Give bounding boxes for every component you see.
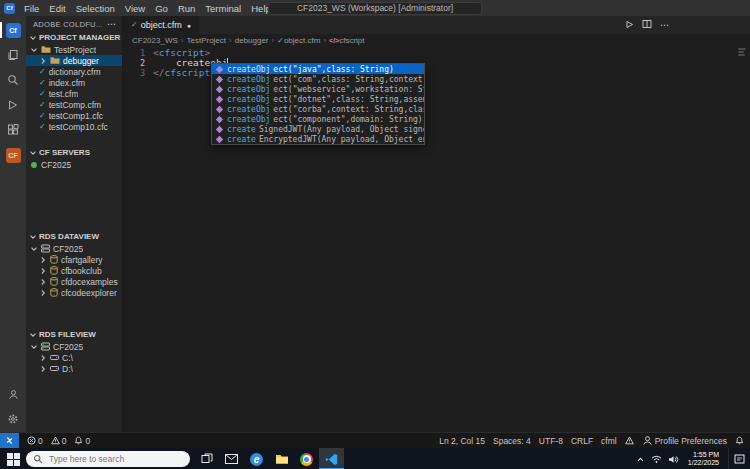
tree-item-index-cfm[interactable]: ✓index.cfm xyxy=(26,77,122,88)
method-icon xyxy=(215,115,224,124)
taskbar-search[interactable] xyxy=(26,451,190,467)
suggestion-2[interactable]: createObject("webservice",workstation: S… xyxy=(212,84,424,94)
suggestion-7[interactable]: createEncryptedJWT(Any payload, Object e… xyxy=(212,134,424,144)
activity-coldfusion-builder[interactable]: Cf xyxy=(3,21,23,39)
suggestion-3[interactable]: createObject("dotnet",class: String,asse… xyxy=(212,94,424,104)
menu-selection[interactable]: Selection xyxy=(71,3,120,14)
encoding[interactable]: UTF-8 xyxy=(539,436,563,446)
tree-item-cf2025[interactable]: CF2025 xyxy=(26,243,122,254)
activity-search[interactable] xyxy=(3,71,23,89)
menu-view[interactable]: View xyxy=(120,3,150,14)
tree-item-dictionary-cfm[interactable]: ✓dictionary.cfm xyxy=(26,66,122,77)
suggestion-match: createObj xyxy=(227,105,270,114)
split-editor-button[interactable] xyxy=(642,19,652,31)
section-header-cf-servers[interactable]: CF SERVERS xyxy=(26,146,122,159)
profile-preferences[interactable]: Profile Preferences xyxy=(642,435,727,446)
action-center-button[interactable] xyxy=(728,448,749,469)
search-icon xyxy=(7,74,19,86)
start-button[interactable] xyxy=(0,448,26,469)
sidebar-more-actions-icon[interactable]: ⋯ xyxy=(107,19,117,29)
tree-item-c[interactable]: C:\ xyxy=(26,352,122,363)
language-mode[interactable]: cfml xyxy=(601,436,617,446)
tray-volume[interactable] xyxy=(668,455,679,464)
tree-item-label: testComp1.cfc xyxy=(49,111,103,121)
tree-item-cfcodeexplorer[interactable]: cfcodeexplorer xyxy=(26,287,122,298)
line-number[interactable]: 2 xyxy=(123,58,153,68)
suggestion-6[interactable]: createSignedJWT(Any payload, Object sign… xyxy=(212,124,424,134)
minimap[interactable] xyxy=(737,47,748,57)
warnings[interactable]: 0 xyxy=(51,436,67,446)
menu-go[interactable]: Go xyxy=(150,3,173,14)
menu-terminal[interactable]: Terminal xyxy=(200,3,246,14)
taskbar-apps: e xyxy=(194,448,344,469)
activity-settings[interactable] xyxy=(3,410,23,428)
cursor-position[interactable]: Ln 2, Col 15 xyxy=(439,436,485,446)
application-window: Cf FileEditSelectionViewGoRunTerminalHel… xyxy=(0,0,750,469)
tree-item-test-cfm[interactable]: ✓test.cfm xyxy=(26,88,122,99)
tree-item-testcomp-cfm[interactable]: ✓testComp.cfm xyxy=(26,99,122,110)
activity-coldfusion[interactable]: CF xyxy=(3,146,23,164)
suggestion-5[interactable]: createObject("component",domain: String) xyxy=(212,114,424,124)
tree-item-cf2025[interactable]: CF2025 xyxy=(26,341,122,352)
section-header-rds-dataview[interactable]: RDS DATAVIEW xyxy=(26,230,122,243)
taskbar-app-task-view[interactable] xyxy=(194,448,219,469)
tree-item-testcomp10-cfc[interactable]: ✓testComp10.cfc xyxy=(26,121,122,132)
menu-file[interactable]: File xyxy=(19,3,44,14)
menu-run[interactable]: Run xyxy=(173,3,200,14)
errors[interactable]: 0 xyxy=(27,436,43,446)
section-header-project-manager[interactable]: PROJECT MANAGER xyxy=(26,31,122,44)
tree-item-cfdocexamples[interactable]: cfdocexamples xyxy=(26,276,122,287)
taskbar-app-edge[interactable]: e xyxy=(244,448,269,469)
tree-item-cfbookclub[interactable]: cfbookclub xyxy=(26,265,122,276)
activity-extensions[interactable] xyxy=(3,121,23,139)
activity-explorer[interactable] xyxy=(3,46,23,64)
menu-help[interactable]: Help xyxy=(246,3,276,14)
tree-item-testproject[interactable]: TestProject xyxy=(26,44,122,55)
tray-hidden-icons[interactable] xyxy=(636,455,645,464)
tree-item-testcomp1-cfc[interactable]: ✓testComp1.cfc xyxy=(26,110,122,121)
suggestion-4[interactable]: createObject("corba",context: String,cla… xyxy=(212,104,424,114)
sidebar-title: ADOBE COLDFUSION BUILDER xyxy=(33,20,107,29)
activity-run-debug[interactable] xyxy=(3,96,23,114)
notifications-bell[interactable] xyxy=(735,436,744,445)
breadcrumb-testproject[interactable]: TestProject xyxy=(186,36,226,45)
run-button[interactable] xyxy=(625,20,634,31)
taskbar-app-file-explorer[interactable] xyxy=(269,448,294,469)
breadcrumb-cf2023-ws[interactable]: CF2023_WS xyxy=(132,36,178,45)
eol[interactable]: CRLF xyxy=(571,436,593,446)
line-number[interactable]: 3 xyxy=(123,68,153,78)
section-header-rds-fileview[interactable]: RDS FILEVIEW xyxy=(26,328,122,341)
menu-edit[interactable]: Edit xyxy=(44,3,70,14)
taskbar-app-chrome[interactable] xyxy=(294,448,319,469)
breadcrumb-object-cfm[interactable]: ✓object.cfm xyxy=(277,36,320,45)
suggestion-0[interactable]: createObject("java",class: String) xyxy=(212,64,424,74)
tree-item-debugger[interactable]: debugger xyxy=(26,55,122,66)
activity-accounts[interactable] xyxy=(3,385,23,403)
status-bar-left: 000 xyxy=(0,433,90,448)
suggestion-1[interactable]: createObject("com",class: String,context… xyxy=(212,74,424,84)
database-icon xyxy=(50,255,58,264)
tree-item-cfartgallery[interactable]: cfartgallery xyxy=(26,254,122,265)
remote-indicator[interactable] xyxy=(0,433,19,448)
editor-more-actions[interactable]: ⋯ xyxy=(660,20,670,30)
cfml-file-icon: ✓ xyxy=(39,101,46,109)
cfml-file-icon: ✓ xyxy=(39,68,46,76)
tab-object-cfm[interactable]: ✓ object.cfm ● xyxy=(123,16,199,34)
taskbar-app-vscode[interactable] xyxy=(319,448,344,469)
taskbar-clock[interactable]: 1:55 PM 1/22/2025 xyxy=(685,451,722,467)
breadcrumb-separator: › xyxy=(181,36,184,45)
tree-item-cf2025[interactable]: CF2025 xyxy=(26,159,122,170)
suggestion-match: create xyxy=(227,135,256,144)
breadcrumb-debugger[interactable]: debugger xyxy=(235,36,269,45)
notifications-count[interactable]: 0 xyxy=(74,436,90,446)
suggestion-match: createObj xyxy=(227,115,270,124)
line-number[interactable]: 1 xyxy=(123,48,153,58)
indentation[interactable]: Spaces: 4 xyxy=(493,436,531,446)
cfml-warning[interactable] xyxy=(625,436,634,445)
taskbar-app-mail[interactable] xyxy=(219,448,244,469)
tray-network[interactable] xyxy=(651,455,662,464)
chevron-up-icon xyxy=(636,455,645,464)
search-input[interactable] xyxy=(47,453,183,465)
tree-item-d[interactable]: D:\ xyxy=(26,363,122,374)
breadcrumb-cfscript[interactable]: </>cfscript xyxy=(329,36,364,45)
